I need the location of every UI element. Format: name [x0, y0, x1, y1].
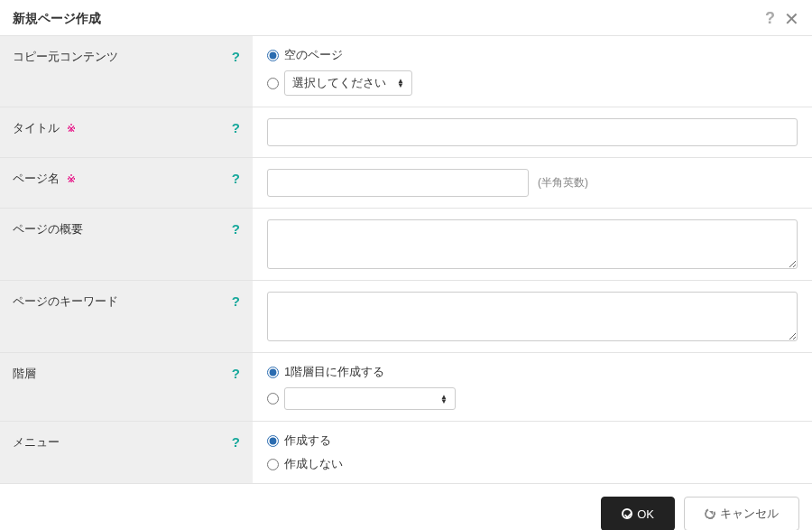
ok-button-label: OK — [637, 507, 654, 521]
check-icon — [622, 508, 632, 519]
radio-menu-create-label: 作成する — [284, 432, 331, 449]
label-cell-menu: メニュー ? — [0, 422, 253, 483]
page-name-input[interactable] — [267, 169, 529, 197]
chevron-updown-icon: ▲▼ — [397, 79, 404, 88]
radio-menu-create-input[interactable] — [267, 435, 279, 447]
radio-menu-create[interactable]: 作成する — [267, 432, 798, 449]
form-table: コピー元コンテンツ ? 空のページ 選択してください ▲▼ — [0, 35, 812, 484]
input-cell-menu: 作成する 作成しない — [253, 422, 812, 483]
copy-source-select[interactable]: 選択してください ▲▼ — [284, 70, 412, 96]
dialog-footer: OK キャンセル — [0, 484, 812, 530]
row-hierarchy: 階層 ? 1階層目に作成する ▲▼ — [0, 353, 812, 422]
title-input[interactable] — [267, 118, 798, 146]
radio-hierarchy-select-input[interactable] — [267, 393, 279, 404]
row-page-name: ページ名 ※ ? (半角英数) — [0, 158, 812, 209]
input-cell-keywords — [253, 281, 812, 352]
input-cell-summary — [253, 209, 812, 280]
help-icon[interactable]: ? — [232, 366, 240, 381]
chevron-updown-icon: ▲▼ — [440, 395, 448, 404]
help-icon[interactable]: ? — [232, 120, 240, 135]
label-copy-source: コピー元コンテンツ — [13, 49, 118, 65]
help-icon[interactable]: ? — [232, 434, 240, 450]
new-page-dialog: 新規ページ作成 ? ✕ コピー元コンテンツ ? 空のページ 選択してください — [0, 0, 812, 530]
dialog-title: 新規ページ作成 — [13, 11, 101, 27]
input-cell-copy-source: 空のページ 選択してください ▲▼ — [253, 36, 812, 107]
input-cell-hierarchy: 1階層目に作成する ▲▼ — [253, 353, 812, 421]
row-keywords: ページのキーワード ? — [0, 281, 812, 353]
label-hierarchy: 階層 — [13, 366, 36, 382]
help-icon[interactable]: ? — [765, 9, 775, 28]
label-cell-page-name: ページ名 ※ ? — [0, 158, 253, 208]
row-copy-source: コピー元コンテンツ ? 空のページ 選択してください ▲▼ — [0, 36, 812, 107]
ok-button[interactable]: OK — [601, 497, 675, 530]
radio-hierarchy-select-row: ▲▼ — [267, 387, 798, 410]
refresh-icon — [703, 507, 716, 520]
label-cell-hierarchy: 階層 ? — [0, 353, 253, 421]
row-summary: ページの概要 ? — [0, 209, 812, 281]
dialog-header: 新規ページ作成 ? ✕ — [0, 0, 812, 35]
label-title: タイトル ※ — [13, 120, 76, 136]
input-cell-page-name: (半角英数) — [253, 158, 812, 208]
radio-copy-select-row: 選択してください ▲▼ — [267, 70, 798, 96]
cancel-button-label: キャンセル — [720, 506, 779, 522]
cancel-button[interactable]: キャンセル — [684, 497, 799, 530]
radio-menu-nocreate-label: 作成しない — [284, 456, 343, 472]
label-keywords: ページのキーワード — [13, 293, 118, 310]
label-summary: ページの概要 — [13, 221, 83, 237]
help-icon[interactable]: ? — [232, 293, 240, 309]
radio-hierarchy-top-input[interactable] — [267, 367, 279, 378]
hierarchy-select[interactable]: ▲▼ — [284, 387, 456, 410]
label-cell-summary: ページの概要 ? — [0, 209, 253, 280]
label-cell-title: タイトル ※ ? — [0, 107, 253, 157]
label-cell-copy-source: コピー元コンテンツ ? — [0, 36, 253, 107]
help-icon[interactable]: ? — [232, 49, 240, 64]
radio-menu-nocreate-input[interactable] — [267, 459, 279, 470]
required-mark: ※ — [67, 172, 76, 185]
summary-textarea[interactable] — [267, 219, 798, 269]
label-page-name: ページ名 ※ — [13, 171, 76, 187]
row-menu: メニュー ? 作成する 作成しない — [0, 422, 812, 484]
input-cell-title — [253, 107, 812, 157]
copy-source-select-value: 選択してください — [292, 75, 386, 91]
radio-empty-page[interactable]: 空のページ — [267, 47, 798, 63]
label-menu: メニュー — [13, 434, 60, 451]
keywords-textarea[interactable] — [267, 292, 798, 341]
help-icon[interactable]: ? — [232, 171, 240, 186]
required-mark: ※ — [67, 122, 76, 135]
radio-hierarchy-top[interactable]: 1階層目に作成する — [267, 364, 798, 380]
radio-menu-nocreate[interactable]: 作成しない — [267, 456, 798, 472]
label-cell-keywords: ページのキーワード ? — [0, 281, 253, 352]
page-name-hint: (半角英数) — [538, 175, 588, 191]
radio-empty-page-label: 空のページ — [284, 47, 343, 63]
radio-copy-select-input[interactable] — [267, 78, 279, 89]
radio-hierarchy-top-label: 1階層目に作成する — [284, 364, 384, 380]
close-icon[interactable]: ✕ — [784, 10, 799, 28]
row-title: タイトル ※ ? — [0, 107, 812, 158]
help-icon[interactable]: ? — [232, 221, 240, 237]
radio-empty-page-input[interactable] — [267, 50, 279, 61]
hierarchy-select-value — [292, 392, 296, 405]
header-icons: ? ✕ — [765, 9, 799, 28]
